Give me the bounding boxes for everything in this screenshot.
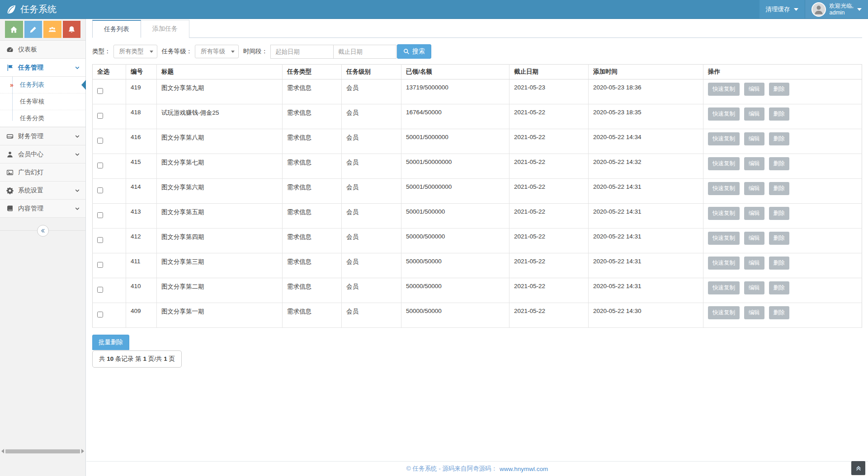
row-title: 图文分享第七期 [157, 154, 283, 179]
row-id: 414 [126, 179, 157, 204]
app-brand[interactable]: 任务系统 [0, 0, 57, 19]
quick-copy-button[interactable]: 快速复制 [708, 306, 740, 319]
edit-button[interactable]: 编辑 [744, 83, 764, 96]
row-title: 图文分享第二期 [157, 278, 283, 303]
delete-button[interactable]: 删除 [769, 182, 789, 195]
sidebar-item-content-management[interactable]: 内容管理 [0, 200, 85, 218]
caret-down-icon [231, 51, 235, 53]
delete-button[interactable]: 删除 [769, 207, 789, 220]
delete-button[interactable]: 删除 [769, 257, 789, 270]
row-checkbox[interactable] [97, 88, 103, 94]
quick-copy-button[interactable]: 快速复制 [708, 232, 740, 245]
level-select[interactable]: 所有等级 [195, 45, 239, 58]
pencil-icon [29, 26, 37, 33]
batch-delete-button[interactable]: 批量删除 [92, 335, 129, 350]
row-checkbox[interactable] [97, 113, 103, 119]
row-type: 需求信息 [283, 179, 342, 204]
end-date-input[interactable] [333, 45, 396, 59]
sidebar-item-task-list[interactable]: » 任务列表 [0, 77, 85, 93]
sidebar-shortcuts [0, 19, 85, 41]
sidebar-item-system-settings[interactable]: 系统设置 [0, 182, 85, 200]
search-button[interactable]: 搜索 [397, 44, 431, 59]
row-checkbox[interactable] [97, 212, 103, 218]
sidebar-item-finance[interactable]: 财务管理 [0, 127, 85, 145]
sidebar-item-task-management[interactable]: 任务管理 [0, 59, 85, 77]
delete-button[interactable]: 删除 [769, 107, 789, 121]
double-angle-right-icon: » [10, 81, 14, 89]
edit-shortcut-button[interactable] [24, 21, 42, 38]
edit-button[interactable]: 编辑 [744, 281, 764, 294]
user-menu[interactable]: 欢迎光临, admin [805, 0, 868, 19]
sidebar-collapse-button[interactable] [37, 225, 49, 237]
tab-add-task[interactable]: 添加任务 [141, 20, 189, 38]
home-shortcut-button[interactable] [5, 21, 23, 38]
type-select[interactable]: 所有类型 [113, 45, 157, 58]
edit-button[interactable]: 编辑 [744, 157, 764, 170]
row-type: 需求信息 [283, 229, 342, 253]
row-type: 需求信息 [283, 204, 342, 229]
sidebar-item-member-center[interactable]: 会员中心 [0, 145, 85, 163]
clear-cache-menu[interactable]: 清理缓存 [760, 0, 805, 19]
row-title: 试玩游戏赚钱-佣金25 [157, 104, 283, 129]
row-id: 412 [126, 229, 157, 253]
delete-button[interactable]: 删除 [769, 83, 789, 96]
scrollbar-thumb[interactable] [5, 449, 80, 453]
row-level: 会员 [342, 229, 401, 253]
notice-shortcut-button[interactable] [63, 21, 81, 38]
delete-button[interactable]: 删除 [769, 232, 789, 245]
row-checkbox[interactable] [97, 187, 103, 193]
quick-copy-button[interactable]: 快速复制 [708, 83, 740, 96]
header-select-all[interactable]: 全选 [93, 65, 126, 79]
delete-button[interactable]: 删除 [769, 306, 789, 319]
sidebar-item-dashboard[interactable]: 仪表板 [0, 41, 85, 59]
edit-button[interactable]: 编辑 [744, 257, 764, 270]
sidebar-item-label: 仪表板 [18, 46, 37, 54]
sidebar-item-label: 任务分类 [20, 114, 44, 122]
sidebar-item-ad-slides[interactable]: 广告幻灯 [0, 163, 85, 182]
row-checkbox[interactable] [97, 138, 103, 144]
quick-copy-button[interactable]: 快速复制 [708, 281, 740, 294]
row-type: 需求信息 [283, 129, 342, 154]
edit-button[interactable]: 编辑 [744, 182, 764, 195]
users-shortcut-button[interactable] [43, 21, 61, 38]
edit-button[interactable]: 编辑 [744, 232, 764, 245]
quick-copy-button[interactable]: 快速复制 [708, 157, 740, 170]
back-to-top-button[interactable] [851, 461, 865, 475]
row-type: 需求信息 [283, 253, 342, 278]
row-level: 会员 [342, 278, 401, 303]
row-checkbox[interactable] [97, 287, 103, 293]
sidebar-item-task-category[interactable]: 任务分类 [0, 110, 85, 127]
row-title: 图文分享第九期 [157, 79, 283, 104]
edit-button[interactable]: 编辑 [744, 207, 764, 220]
row-id: 419 [126, 79, 157, 104]
avatar [811, 2, 826, 17]
row-checkbox[interactable] [97, 262, 103, 268]
welcome-text: 欢迎光临, admin [830, 3, 854, 16]
edit-button[interactable]: 编辑 [744, 132, 764, 145]
sidebar-horizontal-scrollbar[interactable] [0, 448, 85, 454]
scroll-left-arrow-icon[interactable] [1, 449, 4, 453]
row-checkbox[interactable] [97, 237, 103, 243]
row-checkbox[interactable] [97, 312, 103, 317]
start-date-input[interactable] [270, 45, 334, 59]
table-row: 411 图文分享第三期 需求信息 会员 50000/50000 2021-05-… [93, 253, 862, 278]
edit-button[interactable]: 编辑 [744, 107, 764, 121]
tab-task-list[interactable]: 任务列表 [92, 20, 141, 38]
footer-link[interactable]: www.hnymwl.com [500, 466, 548, 472]
quick-copy-button[interactable]: 快速复制 [708, 107, 740, 121]
quick-copy-button[interactable]: 快速复制 [708, 207, 740, 220]
quick-copy-button[interactable]: 快速复制 [708, 182, 740, 195]
clear-cache-label: 清理缓存 [766, 5, 790, 14]
scroll-right-arrow-icon[interactable] [81, 449, 84, 453]
delete-button[interactable]: 删除 [769, 281, 789, 294]
quick-copy-button[interactable]: 快速复制 [708, 132, 740, 145]
row-added: 2020-05-22 14:32 [589, 154, 703, 179]
edit-button[interactable]: 编辑 [744, 306, 764, 319]
sidebar-item-task-review[interactable]: 任务审核 [0, 93, 85, 110]
slides-icon [6, 169, 14, 176]
row-actions: 快速复制 编辑 删除 [703, 79, 862, 104]
delete-button[interactable]: 删除 [769, 132, 789, 145]
quick-copy-button[interactable]: 快速复制 [708, 257, 740, 270]
row-checkbox[interactable] [97, 163, 103, 168]
delete-button[interactable]: 删除 [769, 157, 789, 170]
